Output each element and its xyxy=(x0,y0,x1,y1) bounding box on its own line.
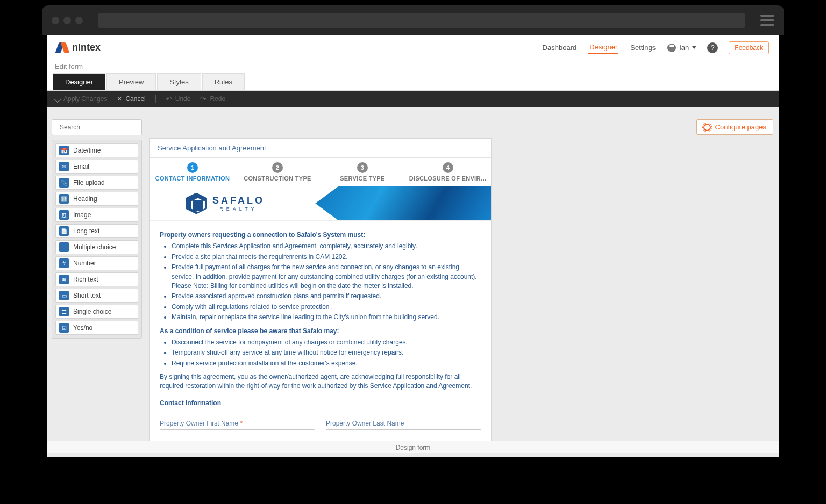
tab-preview[interactable]: Preview xyxy=(106,73,156,90)
tool-icon: ✉ xyxy=(59,162,69,171)
form-canvas[interactable]: Configure pages Service Application and … xyxy=(149,119,773,441)
tool-label: Number xyxy=(73,260,96,267)
tool-label: Image xyxy=(73,211,91,219)
list-item: Provide associated approved construction… xyxy=(172,292,481,301)
nav-settings[interactable]: Settings xyxy=(629,41,657,54)
paragraph: By signing this agreement, you as the ow… xyxy=(160,372,481,391)
form-field: Property Owner Last Name xyxy=(326,420,481,441)
top-nav: nintex Dashboard Designer Settings Ian ?… xyxy=(47,35,779,60)
tool-icon: ≋ xyxy=(59,275,69,284)
feedback-button[interactable]: Feedback xyxy=(729,41,769,54)
fields-grid: Property Owner First Name *Property Owne… xyxy=(150,420,491,441)
divider xyxy=(155,95,156,103)
help-icon[interactable]: ? xyxy=(707,42,718,53)
logo-text-sub: REALTY xyxy=(212,206,265,212)
hamburger-icon[interactable] xyxy=(760,15,774,26)
tool-icon: ☰ xyxy=(59,307,69,316)
pencil-icon xyxy=(54,95,61,103)
tool-icon: ▭ xyxy=(59,291,69,300)
tool-icon: 📎 xyxy=(59,178,69,188)
window-dots xyxy=(52,17,83,24)
tool-multiple-choice[interactable]: ≣Multiple choice xyxy=(55,240,138,254)
logo-mark-icon xyxy=(186,193,207,214)
tab-rules[interactable]: Rules xyxy=(202,73,245,90)
tool-icon: # xyxy=(59,258,69,268)
step-label: SERVICE TYPE xyxy=(322,175,403,182)
step-1[interactable]: 1CONTACT INFORMATION xyxy=(150,158,235,186)
tool-label: Rich text xyxy=(73,276,98,283)
banner: SAFALO REALTY xyxy=(150,186,491,221)
search-input[interactable] xyxy=(52,119,142,135)
tool-label: Single choice xyxy=(73,308,111,315)
apply-changes-button[interactable]: Apply Changes xyxy=(55,95,107,103)
step-badge: 3 xyxy=(357,162,368,173)
redo-button[interactable]: ↷ Redo xyxy=(200,95,225,103)
nav-designer[interactable]: Designer xyxy=(588,41,618,54)
tool-long-text[interactable]: 📄Long text xyxy=(55,224,138,238)
tool-icon: ☑ xyxy=(59,323,69,333)
bullet-list-1: Complete this Services Application and A… xyxy=(172,242,481,322)
form-steps: 1CONTACT INFORMATION2CONSTRUCTION TYPE3S… xyxy=(150,157,491,186)
tool-heading[interactable]: 🔠Heading xyxy=(55,192,138,206)
window-dot[interactable] xyxy=(63,17,71,24)
page-title: Edit form xyxy=(55,62,83,70)
undo-button[interactable]: ↶ Undo xyxy=(166,95,191,103)
search-field[interactable] xyxy=(60,124,140,131)
tool-yes-no[interactable]: ☑Yes/no xyxy=(55,321,138,335)
tab-styles[interactable]: Styles xyxy=(157,73,201,90)
url-bar[interactable] xyxy=(98,13,745,28)
step-3[interactable]: 3SERVICE TYPE xyxy=(320,158,405,186)
cancel-button[interactable]: ✕ Cancel xyxy=(117,95,145,103)
list-item: Maintain, repair or replace the service … xyxy=(172,313,481,322)
tool-label: Email xyxy=(73,163,89,170)
footer-bar: Design form xyxy=(47,441,779,453)
step-badge: 4 xyxy=(443,162,453,173)
tool-label: Multiple choice xyxy=(73,243,116,251)
field-input[interactable] xyxy=(326,429,481,441)
browser-chrome xyxy=(42,5,784,35)
step-4[interactable]: 4DISCLOSURE OF ENVIR… xyxy=(405,158,491,186)
step-badge: 1 xyxy=(187,162,198,173)
tool-icon: 📄 xyxy=(59,226,69,236)
lead-2: As a condition of service please be awar… xyxy=(160,327,481,336)
tool-date-time[interactable]: 📅Date/time xyxy=(55,143,138,157)
tool-email[interactable]: ✉Email xyxy=(55,160,138,174)
window-dot[interactable] xyxy=(75,17,83,24)
chevron-down-icon xyxy=(692,46,696,49)
tool-label: Short text xyxy=(73,292,101,299)
tool-short-text[interactable]: ▭Short text xyxy=(55,289,138,303)
form-card[interactable]: Service Application and Agreement 1CONTA… xyxy=(149,138,492,441)
step-label: CONTACT INFORMATION xyxy=(152,175,233,182)
tool-file-upload[interactable]: 📎File upload xyxy=(55,176,138,190)
section-heading: Contact Information xyxy=(160,399,481,408)
tool-icon: ≣ xyxy=(59,242,69,252)
nav-dashboard[interactable]: Dashboard xyxy=(542,41,578,54)
step-label: CONSTRUCTION TYPE xyxy=(237,175,318,182)
tool-number[interactable]: #Number xyxy=(55,256,138,270)
step-label: DISCLOSURE OF ENVIR… xyxy=(407,175,489,182)
list-item: Comply with all regulations related to s… xyxy=(172,303,481,312)
toolbox: 📅Date/time✉Email📎File upload🔠Heading🖼Ima… xyxy=(52,140,142,339)
page-title-bar: Edit form xyxy=(47,60,779,73)
editor-tabs: Designer Preview Styles Rules xyxy=(47,73,779,91)
tab-designer[interactable]: Designer xyxy=(53,73,105,90)
field-input[interactable] xyxy=(160,429,315,441)
tool-image[interactable]: 🖼Image xyxy=(55,208,138,222)
banner-art xyxy=(300,186,491,220)
user-name: Ian xyxy=(679,44,689,52)
list-item: Temporarily shut-off any service at any … xyxy=(172,348,481,357)
brand[interactable]: nintex xyxy=(57,42,101,53)
window-dot[interactable] xyxy=(52,17,59,24)
logo: SAFALO REALTY xyxy=(150,193,300,214)
tool-rich-text[interactable]: ≋Rich text xyxy=(55,272,138,286)
tool-single-choice[interactable]: ☰Single choice xyxy=(55,305,138,319)
field-label: Property Owner Last Name xyxy=(326,420,481,427)
configure-pages-button[interactable]: Configure pages xyxy=(696,119,773,135)
body-copy: Property owners requesting a connection … xyxy=(150,221,491,420)
redo-icon: ↷ xyxy=(200,95,206,103)
user-menu[interactable]: Ian xyxy=(667,44,696,52)
logo-text-main: SAFALO xyxy=(212,195,265,206)
lead-1: Property owners requesting a connection … xyxy=(160,231,481,240)
list-item: Provide a site plan that meets the requi… xyxy=(172,253,481,262)
step-2[interactable]: 2CONSTRUCTION TYPE xyxy=(235,158,320,186)
